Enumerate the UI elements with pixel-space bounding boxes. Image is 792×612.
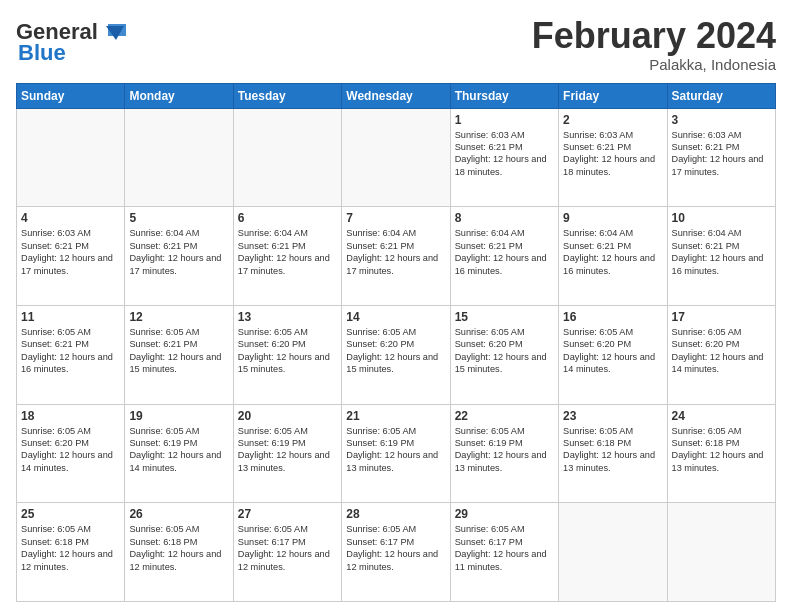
calendar-table: SundayMondayTuesdayWednesdayThursdayFrid…: [16, 83, 776, 602]
day-info: Sunrise: 6:03 AM Sunset: 6:21 PM Dayligh…: [672, 129, 771, 179]
day-info: Sunrise: 6:05 AM Sunset: 6:17 PM Dayligh…: [238, 523, 337, 573]
day-info: Sunrise: 6:05 AM Sunset: 6:19 PM Dayligh…: [129, 425, 228, 475]
day-number: 20: [238, 409, 337, 423]
day-number: 11: [21, 310, 120, 324]
day-info: Sunrise: 6:04 AM Sunset: 6:21 PM Dayligh…: [563, 227, 662, 277]
day-cell: 18Sunrise: 6:05 AM Sunset: 6:20 PM Dayli…: [17, 404, 125, 503]
day-cell: 11Sunrise: 6:05 AM Sunset: 6:21 PM Dayli…: [17, 305, 125, 404]
day-info: Sunrise: 6:05 AM Sunset: 6:18 PM Dayligh…: [563, 425, 662, 475]
day-number: 22: [455, 409, 554, 423]
day-number: 14: [346, 310, 445, 324]
day-cell: [125, 108, 233, 207]
day-cell: 29Sunrise: 6:05 AM Sunset: 6:17 PM Dayli…: [450, 503, 558, 602]
day-number: 19: [129, 409, 228, 423]
day-number: 5: [129, 211, 228, 225]
day-cell: 5Sunrise: 6:04 AM Sunset: 6:21 PM Daylig…: [125, 207, 233, 306]
day-info: Sunrise: 6:04 AM Sunset: 6:21 PM Dayligh…: [129, 227, 228, 277]
day-cell: [667, 503, 775, 602]
day-cell: 10Sunrise: 6:04 AM Sunset: 6:21 PM Dayli…: [667, 207, 775, 306]
week-row-1: 1Sunrise: 6:03 AM Sunset: 6:21 PM Daylig…: [17, 108, 776, 207]
day-cell: 28Sunrise: 6:05 AM Sunset: 6:17 PM Dayli…: [342, 503, 450, 602]
day-cell: 15Sunrise: 6:05 AM Sunset: 6:20 PM Dayli…: [450, 305, 558, 404]
day-cell: 17Sunrise: 6:05 AM Sunset: 6:20 PM Dayli…: [667, 305, 775, 404]
day-cell: 3Sunrise: 6:03 AM Sunset: 6:21 PM Daylig…: [667, 108, 775, 207]
calendar-subtitle: Palakka, Indonesia: [532, 56, 776, 73]
day-info: Sunrise: 6:05 AM Sunset: 6:20 PM Dayligh…: [21, 425, 120, 475]
day-cell: 16Sunrise: 6:05 AM Sunset: 6:20 PM Dayli…: [559, 305, 667, 404]
header-row: SundayMondayTuesdayWednesdayThursdayFrid…: [17, 83, 776, 108]
day-info: Sunrise: 6:05 AM Sunset: 6:18 PM Dayligh…: [21, 523, 120, 573]
day-cell: 7Sunrise: 6:04 AM Sunset: 6:21 PM Daylig…: [342, 207, 450, 306]
week-row-2: 4Sunrise: 6:03 AM Sunset: 6:21 PM Daylig…: [17, 207, 776, 306]
day-cell: [233, 108, 341, 207]
day-number: 17: [672, 310, 771, 324]
col-header-thursday: Thursday: [450, 83, 558, 108]
day-info: Sunrise: 6:05 AM Sunset: 6:20 PM Dayligh…: [346, 326, 445, 376]
day-cell: 4Sunrise: 6:03 AM Sunset: 6:21 PM Daylig…: [17, 207, 125, 306]
day-number: 15: [455, 310, 554, 324]
day-info: Sunrise: 6:05 AM Sunset: 6:17 PM Dayligh…: [455, 523, 554, 573]
day-info: Sunrise: 6:05 AM Sunset: 6:20 PM Dayligh…: [455, 326, 554, 376]
day-info: Sunrise: 6:05 AM Sunset: 6:20 PM Dayligh…: [563, 326, 662, 376]
day-cell: 2Sunrise: 6:03 AM Sunset: 6:21 PM Daylig…: [559, 108, 667, 207]
day-number: 28: [346, 507, 445, 521]
col-header-monday: Monday: [125, 83, 233, 108]
day-number: 7: [346, 211, 445, 225]
day-info: Sunrise: 6:05 AM Sunset: 6:18 PM Dayligh…: [129, 523, 228, 573]
day-cell: 19Sunrise: 6:05 AM Sunset: 6:19 PM Dayli…: [125, 404, 233, 503]
col-header-wednesday: Wednesday: [342, 83, 450, 108]
day-number: 27: [238, 507, 337, 521]
week-row-5: 25Sunrise: 6:05 AM Sunset: 6:18 PM Dayli…: [17, 503, 776, 602]
day-info: Sunrise: 6:05 AM Sunset: 6:20 PM Dayligh…: [238, 326, 337, 376]
day-cell: 14Sunrise: 6:05 AM Sunset: 6:20 PM Dayli…: [342, 305, 450, 404]
day-cell: 6Sunrise: 6:04 AM Sunset: 6:21 PM Daylig…: [233, 207, 341, 306]
day-info: Sunrise: 6:05 AM Sunset: 6:19 PM Dayligh…: [238, 425, 337, 475]
col-header-tuesday: Tuesday: [233, 83, 341, 108]
day-info: Sunrise: 6:03 AM Sunset: 6:21 PM Dayligh…: [21, 227, 120, 277]
day-number: 6: [238, 211, 337, 225]
day-info: Sunrise: 6:03 AM Sunset: 6:21 PM Dayligh…: [563, 129, 662, 179]
day-number: 23: [563, 409, 662, 423]
day-info: Sunrise: 6:04 AM Sunset: 6:21 PM Dayligh…: [455, 227, 554, 277]
col-header-sunday: Sunday: [17, 83, 125, 108]
day-number: 8: [455, 211, 554, 225]
week-row-4: 18Sunrise: 6:05 AM Sunset: 6:20 PM Dayli…: [17, 404, 776, 503]
day-info: Sunrise: 6:05 AM Sunset: 6:17 PM Dayligh…: [346, 523, 445, 573]
col-header-friday: Friday: [559, 83, 667, 108]
day-cell: 27Sunrise: 6:05 AM Sunset: 6:17 PM Dayli…: [233, 503, 341, 602]
logo: General Blue: [16, 16, 130, 66]
page: General Blue February 2024 Palakka, Indo…: [0, 0, 792, 612]
calendar-title: February 2024: [532, 16, 776, 56]
day-cell: 20Sunrise: 6:05 AM Sunset: 6:19 PM Dayli…: [233, 404, 341, 503]
day-cell: [559, 503, 667, 602]
day-info: Sunrise: 6:04 AM Sunset: 6:21 PM Dayligh…: [238, 227, 337, 277]
day-cell: 21Sunrise: 6:05 AM Sunset: 6:19 PM Dayli…: [342, 404, 450, 503]
day-number: 21: [346, 409, 445, 423]
day-cell: [17, 108, 125, 207]
day-number: 16: [563, 310, 662, 324]
day-cell: [342, 108, 450, 207]
day-cell: 23Sunrise: 6:05 AM Sunset: 6:18 PM Dayli…: [559, 404, 667, 503]
logo-icon: [98, 16, 130, 48]
day-number: 9: [563, 211, 662, 225]
day-info: Sunrise: 6:05 AM Sunset: 6:19 PM Dayligh…: [346, 425, 445, 475]
day-number: 13: [238, 310, 337, 324]
day-cell: 26Sunrise: 6:05 AM Sunset: 6:18 PM Dayli…: [125, 503, 233, 602]
day-info: Sunrise: 6:03 AM Sunset: 6:21 PM Dayligh…: [455, 129, 554, 179]
day-info: Sunrise: 6:05 AM Sunset: 6:19 PM Dayligh…: [455, 425, 554, 475]
logo-blue: Blue: [18, 40, 66, 66]
day-info: Sunrise: 6:04 AM Sunset: 6:21 PM Dayligh…: [672, 227, 771, 277]
day-cell: 24Sunrise: 6:05 AM Sunset: 6:18 PM Dayli…: [667, 404, 775, 503]
day-info: Sunrise: 6:05 AM Sunset: 6:20 PM Dayligh…: [672, 326, 771, 376]
day-cell: 8Sunrise: 6:04 AM Sunset: 6:21 PM Daylig…: [450, 207, 558, 306]
day-cell: 13Sunrise: 6:05 AM Sunset: 6:20 PM Dayli…: [233, 305, 341, 404]
day-number: 18: [21, 409, 120, 423]
header: General Blue February 2024 Palakka, Indo…: [16, 16, 776, 73]
day-number: 26: [129, 507, 228, 521]
day-info: Sunrise: 6:05 AM Sunset: 6:18 PM Dayligh…: [672, 425, 771, 475]
col-header-saturday: Saturday: [667, 83, 775, 108]
day-number: 12: [129, 310, 228, 324]
day-info: Sunrise: 6:04 AM Sunset: 6:21 PM Dayligh…: [346, 227, 445, 277]
day-cell: 9Sunrise: 6:04 AM Sunset: 6:21 PM Daylig…: [559, 207, 667, 306]
day-info: Sunrise: 6:05 AM Sunset: 6:21 PM Dayligh…: [129, 326, 228, 376]
